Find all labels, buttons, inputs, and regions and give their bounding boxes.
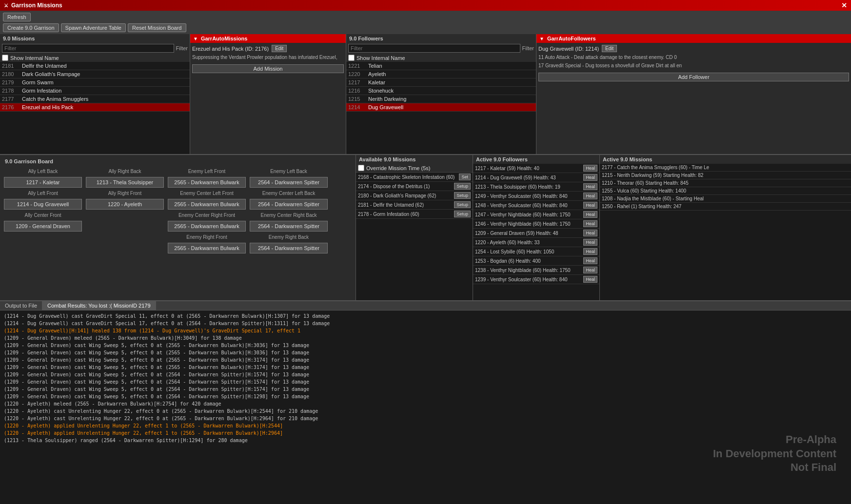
mission-list-item[interactable]: 2177Catch the Anima Smugglers: [0, 95, 190, 103]
mission-name: Catch the Anima Smugglers: [22, 96, 188, 102]
avail-mission-text: 2181 - Delfir the Untamed (62): [358, 202, 452, 208]
auto-missions-panel: ▼ GarrAutoMissions Erezuel and His Pack …: [190, 34, 346, 154]
auto-follower-edit-button[interactable]: Edit: [602, 45, 617, 52]
missions-panel: 9.0 Missions Filter Show Internal Name 2…: [0, 34, 190, 154]
missions-list: 2181Delfir the Untamed2180Dark Goliath's…: [0, 62, 190, 154]
ally-right-col: Ally Right Back 1213 - Thela Soulsipper …: [86, 168, 164, 296]
follower-ability1: 11 Auto Attack - Deal attack damage to t…: [538, 54, 849, 60]
missions-checkbox-row: Show Internal Name: [0, 54, 190, 62]
heal-button[interactable]: Heal: [583, 257, 597, 264]
override-mission-time-label: Override Mission Time (5s): [366, 165, 430, 171]
mission-id: 2180: [2, 71, 19, 77]
heal-button[interactable]: Heal: [583, 220, 597, 227]
heal-button[interactable]: Heal: [583, 248, 597, 255]
mission-name: Dark Goliath's Rampage: [22, 71, 188, 77]
missions-filter-label: Filter: [176, 45, 188, 51]
mission-list-item[interactable]: 2181Delfir the Untamed: [0, 62, 190, 70]
active-follower-text: 1214 - Dug Gravewell (59) Health: 43: [475, 175, 581, 180]
heal-button[interactable]: Heal: [583, 276, 597, 283]
auto-missions-title: GarrAutoMissions: [201, 36, 247, 41]
add-follower-button[interactable]: Add Follower: [538, 73, 849, 81]
follower-name: Ayeleth: [368, 71, 534, 77]
ally-left-col: Ally Left Back 1217 - Kaletar Ally Left …: [4, 168, 82, 296]
follower-list-item[interactable]: 1221Telian: [346, 62, 536, 70]
refresh-button[interactable]: Refresh: [3, 13, 31, 21]
active-follower-text: 1247 - Venthyr Nightblade (60) Health: 1…: [475, 212, 581, 217]
garrison-board: 9.0 Garrison Board Ally Left Back 1217 -…: [0, 155, 356, 300]
active-follower-item: 1238 - Venthyr Nightblade (60) Health: 1…: [473, 266, 599, 275]
follower-list-item[interactable]: 1217Kaletar: [346, 78, 536, 87]
setup-button[interactable]: Setup: [454, 211, 471, 217]
active-follower-text: 1246 - Venthyr Nightblade (60) Health: 1…: [475, 221, 581, 227]
log-line: (1213 - Thela Soulsipper) ranged (2564 -…: [4, 437, 847, 444]
output-tab[interactable]: Output to File: [0, 301, 42, 310]
auto-mission-edit-button[interactable]: Edit: [272, 45, 287, 52]
enemy-left-back-unit: 2564 - Darkwarren Spitter: [250, 177, 328, 188]
mission-list-item[interactable]: 2178Gorm Infestation: [0, 87, 190, 95]
output-tab[interactable]: Combat Results: You lost :( MissionID 21…: [42, 301, 156, 310]
active-followers-panel: Active 9.0 Followers 1217 - Kaletar (59)…: [473, 155, 600, 300]
close-button[interactable]: ✕: [841, 1, 847, 9]
heal-button[interactable]: Heal: [583, 211, 597, 218]
follower-list-item[interactable]: 1214Dug Gravewell: [346, 103, 536, 112]
reset-board-button[interactable]: Reset Mission Board: [128, 23, 186, 32]
log-line: (1214 - Dug Gravewell) cast GraveDirt Sp…: [4, 320, 847, 327]
heal-button[interactable]: Heal: [583, 239, 597, 246]
active-follower-item: 1209 - General Draven (59) Health: 48Hea…: [473, 229, 599, 238]
spawn-table-button[interactable]: Spawn Adventure Table: [61, 23, 126, 32]
heal-button[interactable]: Heal: [583, 202, 597, 209]
active-follower-item: 1214 - Dug Gravewell (59) Health: 43Heal: [473, 173, 599, 182]
board-layout: Ally Left Back 1217 - Kaletar Ally Left …: [2, 166, 354, 298]
mission-name: Gorm Swarm: [22, 79, 188, 85]
setup-button[interactable]: Setup: [454, 192, 471, 199]
available-missions-panel: Available 9.0 Missions Override Mission …: [356, 155, 473, 300]
log-line: (1214 - Dug Gravewell) cast GraveDirt Sp…: [4, 312, 847, 320]
available-mission-item: 2180 - Dark Goliath's Rampage (62)Setup: [356, 191, 473, 200]
show-internal-name-checkbox[interactable]: [2, 55, 8, 61]
auto-mission-desc: Suppressing the Verdant Prowler populati…: [192, 54, 344, 60]
active-follower-text: 1209 - General Draven (59) Health: 48: [475, 231, 581, 236]
mission-list-item[interactable]: 2176Erezuel and His Pack: [0, 103, 190, 112]
followers-title: 9.0 Followers: [346, 34, 536, 43]
active-follower-item: 1248 - Venthyr Soulcaster (60) Health: 8…: [473, 201, 599, 210]
setup-button[interactable]: Setup: [454, 201, 471, 208]
heal-button[interactable]: Heal: [583, 230, 597, 236]
heal-button[interactable]: Heal: [583, 174, 597, 181]
mission-list-item[interactable]: 2179Gorm Swarm: [0, 78, 190, 87]
add-mission-button[interactable]: Add Mission: [192, 64, 344, 73]
follower-name: Stonehuck: [368, 88, 534, 94]
mission-id: 2176: [2, 104, 19, 110]
create-garrison-button[interactable]: Create 9.0 Garrison: [3, 23, 59, 32]
override-mission-time-checkbox[interactable]: [358, 165, 364, 171]
follower-list-item[interactable]: 1215Nerith Darkwing: [346, 95, 536, 103]
heal-button[interactable]: Heal: [583, 183, 597, 190]
follower-list-item[interactable]: 1220Ayeleth: [346, 70, 536, 78]
log-line: (1209 - General Draven) cast Wing Sweep …: [4, 342, 847, 349]
heal-button[interactable]: Heal: [583, 165, 597, 172]
setup-button[interactable]: Set: [459, 174, 471, 180]
missions-filter-input[interactable]: [2, 44, 174, 53]
follower-list-item[interactable]: 1216Stonehuck: [346, 87, 536, 95]
active-follower-item: 1213 - Thela Soulsipper (60) Health: 19H…: [473, 182, 599, 192]
heal-button[interactable]: Heal: [583, 193, 597, 199]
toolbar: Refresh Create 9.0 Garrison Spawn Advent…: [0, 11, 851, 34]
log-line: (1209 - General Draven) cast Wing Sweep …: [4, 349, 847, 356]
output-content: (1214 - Dug Gravewell) cast GraveDirt Sp…: [0, 310, 851, 504]
log-line: (1220 - Ayeleth) cast Unrelenting Hunger…: [4, 407, 847, 415]
ally-right-back-unit: 1213 - Thela Soulsipper: [86, 177, 164, 188]
active-mission-item: 1255 - Vulca (60) Starting Health: 1400: [600, 187, 851, 195]
active-follower-text: 1239 - Venthyr Soulcaster (60) Health: 8…: [475, 277, 581, 282]
active-follower-text: 1213 - Thela Soulsipper (60) Health: 19: [475, 184, 581, 190]
active-follower-text: 1249 - Venthyr Soulcaster (60) Health: 8…: [475, 194, 581, 199]
mission-id-line: Erezuel and His Pack (ID: 2176) Edit: [192, 45, 344, 52]
enemy-right-front-label: Enemy Right Front: [168, 233, 246, 241]
mission-list-item[interactable]: 2180Dark Goliath's Rampage: [0, 70, 190, 78]
followers-filter-input[interactable]: [348, 44, 520, 53]
auto-followers-panel: ▼ GarrAutoFollowers Dug Gravewell (ID: 1…: [536, 34, 851, 154]
followers-show-internal-name-checkbox[interactable]: [348, 55, 355, 61]
log-line: (1209 - General Draven) meleed (2565 - D…: [4, 334, 847, 342]
setup-button[interactable]: Setup: [454, 183, 471, 190]
auto-mission-id: Erezuel and His Pack (ID: 2176): [192, 46, 269, 52]
heal-button[interactable]: Heal: [583, 267, 597, 273]
auto-followers-header: ▼ GarrAutoFollowers: [536, 34, 851, 43]
